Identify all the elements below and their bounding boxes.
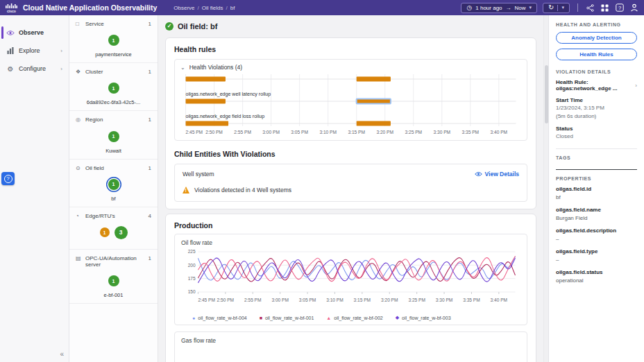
app-body: Observe Explore › ⚙ Configure › ? « □Ser… (0, 15, 644, 362)
legend-label: oil_flow_rate_w-bf-004 (198, 316, 246, 320)
start-time-value: 1/23/2024, 3:15 PM (556, 105, 637, 112)
divider (577, 3, 578, 12)
chevron-down-icon: ▾ (561, 5, 564, 10)
health-alerting-header: HEALTH AND ALERTING (556, 22, 637, 27)
gear-icon: ⚙ (6, 65, 15, 73)
right-panel: HEALTH AND ALERTING Anomaly Detection He… (548, 15, 644, 362)
anomaly-detection-button[interactable]: Anomaly Detection (556, 32, 637, 44)
x-axis-tick-label: 2:45 PM (198, 298, 215, 302)
production-title: Production (174, 221, 527, 230)
view-details-link[interactable]: View Details (475, 171, 519, 178)
service-icon: □ (76, 21, 82, 27)
square-marker-icon: ■ (260, 316, 262, 320)
health-rule-link[interactable]: Health Rule: oilgas:network_edge ... › (556, 79, 637, 92)
breadcrumb: Observe/Oil fields/bf (173, 5, 235, 11)
entity-section-header[interactable]: ❖Cluster1 (76, 69, 151, 75)
entity-section-header[interactable]: □Service1 (76, 21, 151, 27)
entity-section: ❖Cluster116da892ec-6fa3-42c5-... (69, 63, 158, 111)
start-time-label: Start Time (556, 97, 637, 103)
entity-type-label: Service (85, 21, 145, 27)
breadcrumb-item[interactable]: Observe (173, 5, 194, 11)
well-system-label: Well system (183, 171, 214, 178)
entity-node[interactable]: 1 (108, 275, 119, 286)
health-violations-box: ⌄ Health Violations (4) oilgas.network_e… (174, 59, 527, 141)
apps-grid-icon[interactable] (600, 3, 609, 12)
legend-item[interactable]: ●oil_flow_rate_w-bf-004 (192, 316, 247, 320)
entity-node[interactable]: 1 (108, 131, 119, 142)
oil-field-icon: ⊙ (76, 165, 82, 171)
entity-section-header[interactable]: ◔Edge/RTU's4 (76, 213, 151, 219)
divider (556, 169, 637, 170)
violation-bar[interactable] (357, 77, 391, 82)
entity-node[interactable]: 1 (108, 35, 119, 46)
left-nav: Observe Explore › ⚙ Configure › ? « (0, 15, 69, 362)
status-label: Status (556, 126, 637, 132)
help-floating-button[interactable]: ? (1, 172, 15, 185)
x-axis-tick-label: 3:30 PM (433, 130, 450, 135)
health-violations-header[interactable]: ⌄ Health Violations (4) (180, 64, 521, 71)
legend-item[interactable]: ▲oil_flow_rate_w-bf-002 (326, 316, 382, 320)
oil-flow-rate-chart[interactable]: 2252001751502:45 PM2:50 PM2:55 PM3:00 PM… (181, 248, 520, 311)
violation-bar-selected[interactable] (357, 99, 391, 104)
entity-node[interactable]: 1 (100, 227, 110, 237)
triangle-marker-icon: ▲ (326, 316, 331, 320)
sidebar-item-observe[interactable]: Observe (0, 24, 69, 42)
entity-node[interactable]: 1 (108, 83, 119, 94)
time-from-value: 1 hour ago (475, 5, 502, 11)
violation-bar[interactable] (357, 121, 391, 126)
property-value: operational (556, 277, 637, 284)
health-rules-button[interactable]: Health Rules (556, 49, 637, 60)
property-row: oilgas.field.statusoperational (556, 269, 637, 284)
entity-section: ⊙Oil field11bf (69, 160, 158, 207)
oil-flow-rate-box: Oil flow rate 2252001751502:45 PM2:50 PM… (174, 234, 527, 325)
property-key: oilgas.field.type (556, 248, 637, 255)
top-header: cisco Cloud Native Application Observabi… (0, 0, 644, 15)
user-icon[interactable] (629, 3, 638, 12)
production-card: Production Oil flow rate 2252001751502:4… (165, 214, 536, 362)
collapse-sidebar-icon[interactable]: « (60, 350, 64, 358)
sidebar-item-configure[interactable]: ⚙ Configure › (0, 60, 69, 78)
x-axis-tick-label: 3:00 PM (262, 130, 280, 135)
breadcrumb-item[interactable]: bf (230, 5, 235, 11)
violation-bar[interactable] (186, 121, 229, 126)
start-time-duration: (5m 6s duration) (556, 113, 637, 120)
x-axis-tick-label: 3:00 PM (271, 298, 289, 302)
entity-type-label: Cluster (85, 69, 145, 75)
violation-bar[interactable] (186, 99, 226, 104)
refresh-control[interactable]: ↻ ▾ (543, 3, 570, 13)
x-axis-tick-label: 3:20 PM (381, 298, 398, 302)
property-row: oilgas.field.nameBurgan Field (556, 207, 637, 221)
chevron-right-icon: › (60, 66, 62, 72)
x-axis-tick-label: 2:50 PM (205, 130, 223, 135)
entity-section-header[interactable]: ▤OPC-UA/Automation server1 (76, 255, 151, 268)
breadcrumb-item[interactable]: Oil fields (202, 5, 223, 11)
health-violations-timeline[interactable]: oilgas.network_edge well latency rollupo… (180, 72, 521, 136)
share-icon[interactable] (586, 3, 595, 12)
entity-section-header[interactable]: ◎Region1 (76, 117, 151, 123)
entity-section: ▤OPC-UA/Automation server11e-bf-001 (69, 250, 158, 304)
property-row: oilgas.field.description– (556, 227, 637, 242)
property-key: oilgas.field.id (556, 186, 637, 192)
svg-text:?: ? (618, 5, 620, 11)
scrollbar-thumb[interactable] (545, 65, 548, 123)
sidebar-item-label: Configure (19, 65, 46, 72)
entity-node[interactable]: 3 (115, 226, 128, 239)
legend-item[interactable]: ◆oil_flow_rate_w-bf-003 (396, 315, 451, 320)
violation-bar[interactable] (186, 77, 226, 82)
property-value: Burgan Field (556, 215, 637, 221)
property-key: oilgas.field.description (556, 227, 637, 234)
child-entities-title: Child Entities With Violations (174, 150, 527, 158)
sidebar-item-explore[interactable]: Explore › (0, 42, 69, 60)
property-row: oilgas.field.idbf (556, 186, 637, 200)
help-icon[interactable]: ? (615, 3, 624, 12)
time-range-picker[interactable]: ◷ 1 hour ago → Now ▾ (461, 3, 537, 13)
entity-node-selected[interactable]: 1 (108, 179, 119, 190)
y-axis-tick-label: 200 (188, 263, 196, 268)
status-value: Closed (556, 133, 637, 140)
legend-item[interactable]: ■oil_flow_rate_w-bf-001 (260, 316, 314, 320)
x-axis-tick-label: 3:30 PM (436, 298, 453, 302)
x-axis-tick-label: 2:55 PM (234, 130, 251, 135)
vertical-scrollbar[interactable] (543, 15, 548, 362)
entity-section-header[interactable]: ⊙Oil field1 (76, 165, 151, 171)
main-content: ✓ Oil field: bf Health rules ⌄ Health Vi… (158, 15, 543, 362)
